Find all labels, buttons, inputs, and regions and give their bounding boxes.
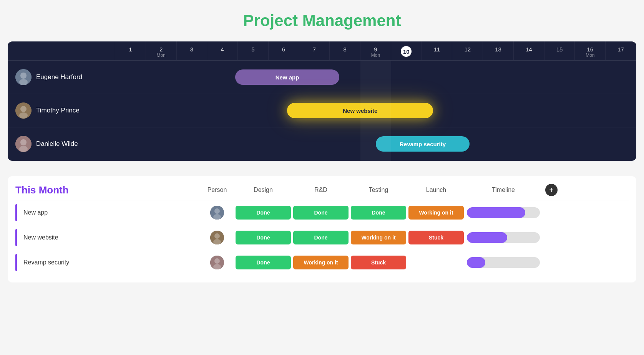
gantt-body: Eugene HarfordNew app Timothy PrinceNew … [8,61,636,161]
timeline-bar-fill [467,232,507,243]
design-status: Done [236,256,291,269]
table-header-row: This Month Person Design R&D Testing Lau… [15,176,629,200]
launch-status: Stuck [408,231,464,244]
svg-point-13 [214,233,220,239]
svg-point-14 [213,239,221,244]
col-testing-header: Testing [350,187,407,193]
gantt-person-2: Danielle Wilde [8,136,115,152]
add-column-button[interactable]: + [542,184,561,196]
this-month-title: This Month [15,184,200,196]
gantt-day-3: 3 [177,41,207,60]
timeline-bar-fill [467,257,485,268]
gantt-chart: 12Mon3456789Mon10111213141516Mon17 Eugen… [8,41,636,161]
avatar [15,69,32,85]
task-name: New app [23,209,48,216]
table-row: Revamp security DoneWorking on itStuck [15,250,629,275]
person-avatar-cell [200,231,234,244]
table-row: New website DoneDoneWorking on itStuck [15,225,629,250]
testing-cell: Done [350,205,407,221]
design-status: Done [236,231,291,244]
gantt-person-1: Timothy Prince [8,102,115,119]
col-rd-header: R&D [292,187,350,193]
gantt-day-5: 5 [238,41,269,60]
gantt-person-0: Eugene Harford [8,69,115,85]
gantt-day-16: 16Mon [575,41,606,60]
col-design-header: Design [234,187,292,193]
page-title: Project Management [8,12,636,30]
rd-cell: Working on it [292,254,350,271]
person-avatar-cell [200,206,234,220]
gantt-day-9: 9Mon [360,41,391,60]
launch-status: Working on it [408,206,464,220]
rd-cell: Done [292,205,350,221]
gantt-day-2: 2Mon [146,41,177,60]
testing-cell: Stuck [350,254,407,271]
svg-point-1 [20,73,27,79]
timeline-cell [465,257,542,268]
launch-cell: Stuck [407,230,465,246]
row-accent-bar [15,204,17,221]
add-icon[interactable]: + [545,184,558,196]
svg-point-11 [213,214,221,220]
rd-status: Done [293,206,349,220]
testing-status: Stuck [351,256,406,269]
svg-point-17 [213,264,221,269]
row-name-cell: New app [15,200,200,225]
launch-cell [407,258,465,267]
testing-cell: Working on it [350,230,407,246]
gantt-day-1: 1 [115,41,146,60]
design-cell: Done [234,205,292,221]
gantt-day-17: 17 [606,41,636,60]
table-section: This Month Person Design R&D Testing Lau… [8,176,636,282]
row-accent-bar [15,229,17,246]
testing-status: Done [351,206,406,220]
col-person-header: Person [200,187,234,193]
design-cell: Done [234,254,292,271]
design-cell: Done [234,230,292,246]
col-timeline-header: Timeline [465,187,542,193]
rd-status: Working on it [293,256,349,269]
timeline-bar-container [467,207,540,218]
timeline-cell [465,207,542,218]
person-name: Eugene Harford [36,73,82,81]
gantt-day-14: 14 [514,41,544,60]
gantt-bars-area[interactable]: Revamp security [115,134,636,154]
table-row: New app DoneDoneDoneWorking on it [15,200,629,225]
gantt-day-7: 7 [299,41,330,60]
svg-point-10 [214,208,220,214]
avatar-small [210,231,224,244]
svg-point-4 [20,106,27,112]
gantt-day-10: 10 [391,41,422,60]
gantt-day-8: 8 [330,41,360,60]
task-name: New website [23,234,58,241]
timeline-bar-container [467,257,540,268]
gantt-bar[interactable]: New app [235,69,339,85]
gantt-bar[interactable]: New website [287,103,433,118]
col-launch-header: Launch [407,187,465,193]
gantt-day-13: 13 [483,41,514,60]
rd-status: Done [293,231,349,244]
avatar-small [210,256,224,269]
gantt-row: Danielle WildeRevamp security [8,127,636,161]
svg-point-5 [19,112,28,119]
gantt-bars-area[interactable]: New app [115,68,636,87]
svg-point-16 [214,258,220,264]
avatar [15,136,32,152]
testing-status: Working on it [351,231,406,244]
gantt-day-15: 15 [544,41,575,60]
gantt-day-6: 6 [269,41,299,60]
svg-point-7 [20,139,27,145]
gantt-header: 12Mon3456789Mon10111213141516Mon17 [8,41,636,61]
row-name-cell: Revamp security [15,250,200,275]
timeline-bar-container [467,232,540,243]
rd-cell: Done [292,230,350,246]
person-avatar-cell [200,256,234,269]
gantt-bars-area[interactable]: New website [115,101,636,120]
task-name: Revamp security [23,259,69,266]
row-accent-bar [15,254,17,271]
person-name: Timothy Prince [36,107,80,114]
gantt-bar[interactable]: Revamp security [376,136,470,152]
timeline-bar-fill [467,207,525,218]
gantt-day-12: 12 [452,41,483,60]
table-body: New app DoneDoneDoneWorking on itNew web… [15,200,629,275]
